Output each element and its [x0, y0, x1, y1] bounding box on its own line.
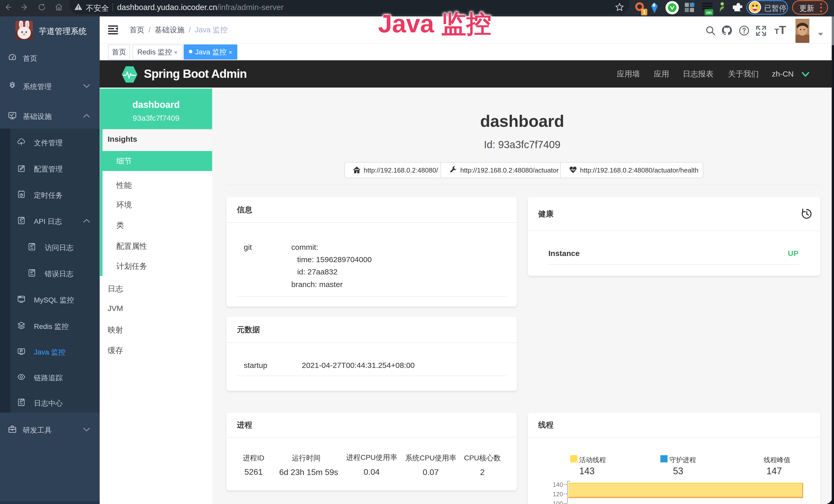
svg-text:on: on [706, 10, 712, 15]
svg-text:1: 1 [643, 9, 645, 15]
